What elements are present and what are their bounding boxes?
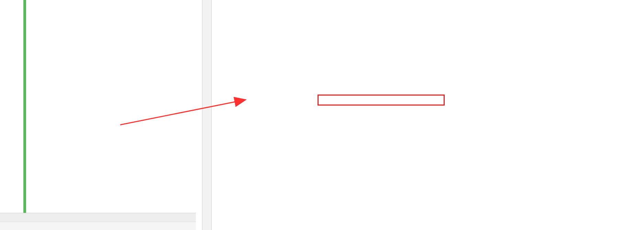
- line-number-gutter: [0, 0, 23, 213]
- source-code-lines[interactable]: [32, 0, 196, 213]
- disassembly-pane[interactable]: [196, 0, 644, 230]
- fold-strip: [26, 0, 32, 213]
- zoom-statusbar[interactable]: [0, 213, 196, 222]
- code-area: [0, 0, 196, 213]
- change-marker-strip: [23, 0, 26, 213]
- bottom-statusbar: [0, 222, 196, 230]
- source-editor-pane[interactable]: [0, 0, 196, 230]
- breakpoint-strip[interactable]: [202, 0, 212, 230]
- asm-code-area: [202, 0, 644, 230]
- asm-lines[interactable]: [212, 0, 644, 230]
